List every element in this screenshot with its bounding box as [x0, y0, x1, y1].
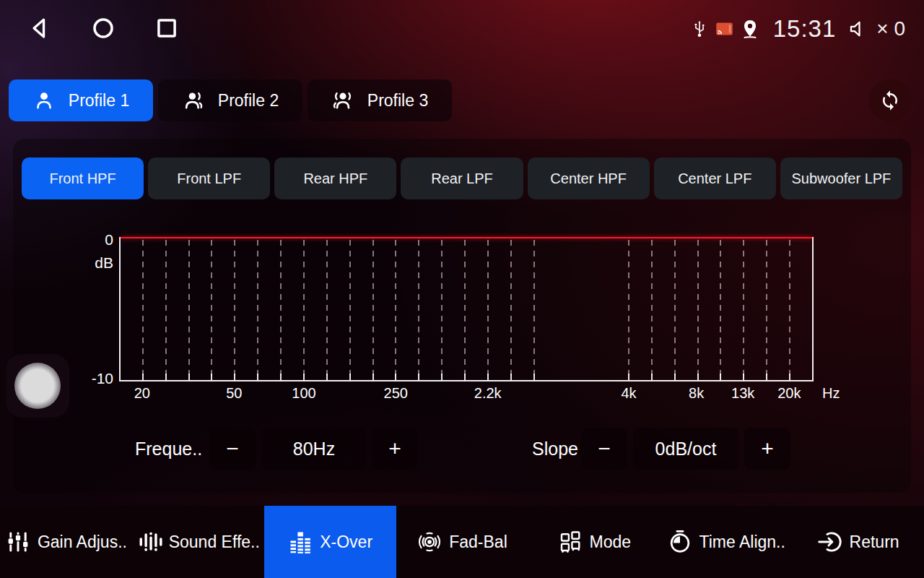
chart-gridline — [720, 240, 721, 379]
chart-tick — [720, 374, 721, 380]
chart-gridline — [211, 240, 212, 379]
profile-tab-label: Profile 3 — [367, 91, 428, 111]
filter-tab-rear-lpf[interactable]: Rear LPF — [401, 158, 523, 199]
back-button[interactable] — [26, 13, 53, 43]
chart-gridline — [418, 240, 419, 379]
profile-icon — [32, 89, 56, 112]
status-bar: 15:31 × 0 — [0, 0, 924, 58]
xover-panel: Front HPFFront LPFRear HPFRear LPFCenter… — [13, 139, 911, 493]
mixer-icon — [5, 529, 31, 555]
x-axis-tick-label: 13k — [731, 385, 754, 402]
frequency-label: Freque.. — [135, 439, 202, 460]
return-icon — [817, 529, 843, 555]
volume-knob[interactable] — [14, 363, 61, 409]
chart-tick — [395, 374, 396, 380]
slope-plus-button[interactable]: + — [744, 428, 790, 470]
chart-tick — [674, 374, 676, 380]
chart-gridline — [674, 240, 676, 379]
nav-item-sound-effe[interactable]: Sound Effe.. — [132, 506, 264, 578]
profile-tab-2[interactable]: Profile 2 — [158, 79, 302, 121]
muted-speaker-icon — [847, 18, 869, 40]
chart-gridline — [441, 240, 443, 379]
slope-label: Slope — [532, 439, 578, 460]
y-axis-unit-label: dB — [95, 254, 113, 272]
profile-tab-3[interactable]: Profile 3 — [308, 79, 452, 121]
nav-item-gain-adjus[interactable]: Gain Adjus.. — [0, 506, 132, 578]
bottom-nav: Gain Adjus..Sound Effe..X-OverFad-BalMod… — [0, 506, 924, 578]
stopwatch-icon — [667, 529, 693, 555]
chart-gridline — [395, 240, 396, 379]
x-axis-tick-label: 20 — [134, 385, 150, 402]
chart-gridline — [142, 240, 144, 379]
slope-minus-button[interactable]: − — [581, 428, 627, 470]
mode-grid-icon — [557, 529, 583, 555]
nav-item-fad-bal[interactable]: Fad-Bal — [396, 506, 528, 578]
nav-item-label: Return — [850, 532, 899, 552]
chart-tick — [766, 374, 767, 380]
filter-tab-subwoofer-lpf[interactable]: Subwoofer LPF — [780, 158, 902, 199]
volume-level: × 0 — [876, 17, 905, 40]
nav-item-x-over[interactable]: X-Over — [264, 506, 396, 578]
chart-gridline — [372, 240, 374, 379]
chart-gridline — [743, 240, 744, 379]
chart-tick — [280, 374, 282, 380]
chart-tick — [743, 374, 744, 380]
chart-gridline — [789, 240, 790, 379]
x-axis-tick-label: 2.2k — [474, 385, 502, 402]
filter-tab-front-hpf[interactable]: Front HPF — [22, 158, 144, 199]
chart-gridline — [165, 240, 167, 379]
chart-gridline — [628, 240, 629, 379]
chart-tick — [510, 374, 512, 380]
chart-gridline — [303, 240, 305, 379]
nav-item-time-align[interactable]: Time Align.. — [660, 506, 792, 578]
system-nav-buttons — [26, 13, 180, 43]
nav-item-label: Gain Adjus.. — [38, 532, 127, 552]
x-axis-tick-label: 20k — [777, 385, 801, 402]
x-axis-tick-label: 4k — [621, 385, 636, 402]
response-curve — [121, 237, 812, 238]
frequency-plus-button[interactable]: + — [372, 428, 418, 470]
filter-tab-rear-hpf[interactable]: Rear HPF — [274, 158, 396, 199]
frequency-minus-button[interactable]: − — [209, 428, 256, 470]
chart-gridline — [697, 240, 699, 379]
clock: 15:31 — [773, 15, 837, 43]
chart-tick — [533, 374, 535, 380]
usb-icon — [690, 18, 709, 40]
filter-tabs: Front HPFFront LPFRear HPFRear LPFCenter… — [22, 158, 902, 199]
chart-tick — [211, 374, 212, 380]
profile-tab-1[interactable]: Profile 1 — [9, 79, 153, 121]
x-axis-unit-label: Hz — [822, 385, 840, 402]
chart-gridline — [257, 240, 258, 379]
chart-gridline — [234, 240, 235, 379]
chart-tick — [142, 374, 144, 380]
chart-tick — [372, 374, 374, 380]
profile-waves-icon — [331, 89, 354, 112]
cast-icon — [715, 20, 734, 38]
nav-item-return[interactable]: Return — [792, 506, 924, 578]
chart-gridline — [533, 240, 535, 379]
chart-tick — [188, 374, 190, 380]
xover-chart: 0 dB -10 Hz 20501002502.2k4k8k13k20k — [119, 237, 814, 381]
filter-tab-center-lpf[interactable]: Center LPF — [654, 158, 776, 199]
refresh-profiles-button[interactable] — [869, 79, 911, 121]
status-indicators: 15:31 × 0 — [690, 10, 905, 48]
chart-tick — [418, 374, 419, 380]
filter-tab-center-hpf[interactable]: Center HPF — [528, 158, 650, 199]
chart-tick — [326, 374, 328, 380]
chart-tick — [234, 374, 235, 380]
recents-button[interactable] — [153, 13, 180, 43]
equalizer-icon — [136, 529, 162, 555]
x-axis-tick-label: 250 — [384, 385, 408, 402]
x-axis-tick-label: 100 — [292, 385, 315, 402]
chart-tick — [303, 374, 305, 380]
home-button[interactable] — [90, 13, 117, 43]
location-icon — [740, 18, 760, 40]
nav-item-label: Time Align.. — [699, 532, 785, 552]
x-axis-tick-label: 50 — [226, 385, 242, 402]
chart-tick — [697, 374, 699, 380]
fader-balance-icon — [417, 529, 443, 555]
filter-tab-front-lpf[interactable]: Front LPF — [148, 158, 270, 199]
nav-item-mode[interactable]: Mode — [528, 506, 660, 578]
chart-tick — [651, 374, 653, 380]
floating-knob-widget[interactable] — [6, 354, 69, 418]
